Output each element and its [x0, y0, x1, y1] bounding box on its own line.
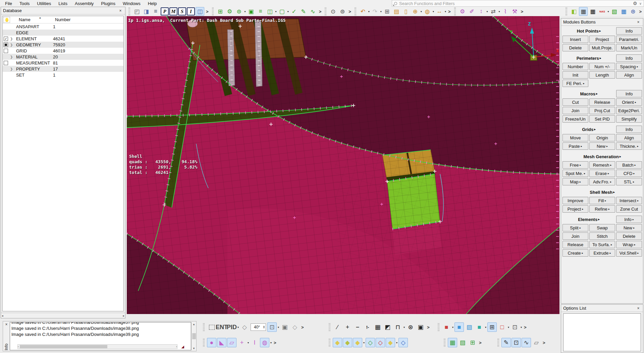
macros-info-button[interactable]: Info — [616, 90, 642, 97]
quad-pair-icon[interactable]: ◆ — [386, 338, 395, 347]
toolbar-grip[interactable] — [329, 323, 330, 331]
cfd-button[interactable]: CFD▸ — [616, 170, 642, 177]
toolbar-grip[interactable] — [203, 323, 205, 331]
join-button[interactable]: Join — [562, 232, 588, 240]
settings-cube-icon[interactable]: ⊡ — [510, 322, 520, 332]
angle-spinner[interactable]: 40°▲▼ — [251, 323, 266, 331]
visibility-checkbox[interactable] — [4, 61, 8, 65]
results-cube-icon-dropdown[interactable]: ▾ — [485, 326, 486, 329]
plane-sketch-icon[interactable]: ▱ — [532, 338, 541, 347]
parametri--button[interactable]: Parametri. — [616, 36, 642, 43]
overflow-chevron[interactable]: > — [543, 340, 545, 345]
quad-nodes-icon[interactable]: ◆ — [353, 338, 362, 347]
scroll-left-icon[interactable]: ‹ — [18, 345, 19, 348]
swap-button[interactable]: Swap — [589, 224, 615, 231]
edge2peri--button[interactable]: Edge2Peri. — [616, 107, 642, 114]
group-header[interactable]: Grids▸ — [562, 126, 615, 133]
curve-icon[interactable]: ∿ — [522, 338, 531, 347]
parts-manager-icon[interactable]: ◨ — [142, 7, 151, 16]
split-button[interactable]: Split▸ — [562, 224, 588, 231]
group-header[interactable]: Macros▸ — [562, 90, 615, 97]
toolbar-grip[interactable] — [203, 339, 205, 347]
search-bar[interactable]: Search Functions and Filters ⚙ ∨ — [392, 0, 644, 7]
s-module-button[interactable]: S — [178, 7, 186, 15]
paste-button[interactable]: Paste▸ — [562, 142, 588, 150]
solid-surface-icon[interactable]: ▧ — [458, 338, 467, 347]
menu-lists[interactable]: Lists — [55, 0, 70, 7]
align-button[interactable]: Align — [616, 134, 642, 141]
overflow-chevron[interactable]: > — [448, 9, 451, 14]
vscroll-thumb[interactable] — [192, 333, 196, 339]
p-module-button[interactable]: P — [161, 7, 169, 15]
db-row-geometry[interactable]: ❯GEOMETRY75920 — [3, 42, 123, 48]
invert-selection-icon[interactable]: ◩ — [383, 322, 392, 332]
curved-mesh-icon[interactable]: ▧ — [610, 7, 619, 16]
hscroll-thumb[interactable] — [20, 345, 107, 348]
zoom-fit-icon[interactable]: ⊚ — [338, 7, 347, 16]
checklist-icon[interactable]: ▣ — [247, 7, 256, 16]
mult-proje--button[interactable]: Mult.Proje. — [589, 44, 615, 51]
group-header[interactable]: Perimeters▸ — [562, 54, 615, 62]
trash-icon[interactable]: ▯ — [401, 7, 410, 16]
menu-windows[interactable]: Windows — [120, 0, 144, 7]
bounding-box-icon[interactable]: ⊡ — [267, 322, 277, 332]
view-layout-icon[interactable]: ◰ — [132, 7, 141, 16]
to-surfa--button[interactable]: To Surfa.▸ — [589, 241, 615, 248]
db-row-grid[interactable]: GRID46019 — [3, 48, 123, 54]
cut-button[interactable]: Cut — [562, 98, 588, 106]
vol-shell-button[interactable]: Vol.Shell▸ — [616, 249, 642, 257]
cone-entity-icon[interactable]: ◣ — [217, 338, 226, 347]
db-row-ansapart[interactable]: ANSAPART1 — [3, 24, 123, 30]
align-middle-icon-dropdown[interactable]: ▾ — [487, 10, 488, 13]
elements-info-button[interactable]: Info▸ — [616, 216, 642, 223]
release-button[interactable]: Release — [589, 98, 615, 106]
name-column-header[interactable]: Name — [19, 17, 54, 22]
options-panel-titlebar[interactable]: Options List × — [561, 305, 643, 312]
spacing-button[interactable]: Spacing▸ — [616, 63, 642, 70]
nas-format-label-dropdown[interactable]: ▾ — [607, 10, 609, 13]
toolbar-grip[interactable] — [444, 339, 445, 347]
m-module-button[interactable]: M — [169, 7, 177, 15]
add-icon[interactable]: + — [343, 322, 352, 332]
menu-file[interactable]: File — [2, 0, 15, 7]
entity-settings-icon[interactable]: ⚙ — [225, 7, 234, 16]
database-settings-icon[interactable]: ⊞ — [216, 7, 225, 16]
spot-me--button[interactable]: Spot Me.▸ — [562, 170, 588, 177]
log-output[interactable]: Image saved in C:/Users/Harri Prasanna/D… — [10, 322, 191, 350]
compare-parts-icon[interactable]: ◫ — [266, 7, 274, 16]
mesh-plus-icon[interactable]: ⊞ — [468, 338, 477, 347]
set-pid-button[interactable]: Set PID — [589, 115, 615, 123]
number-column-header[interactable]: Number — [55, 17, 70, 22]
results-cube-icon[interactable]: ■ — [475, 322, 484, 332]
visibility-checkbox[interactable] — [4, 43, 8, 47]
visibility-column-header[interactable] — [3, 17, 10, 23]
node-links-icon[interactable]: ⊛ — [629, 7, 637, 16]
exclude-icon[interactable]: !- — [363, 322, 372, 332]
toolbar-grip[interactable] — [128, 7, 130, 15]
mesh-blue-icon[interactable]: ▦ — [619, 7, 628, 16]
menu-tools[interactable]: Tools — [16, 0, 33, 7]
extrude-button[interactable]: Extrude▸ — [589, 249, 615, 257]
number-button[interactable]: Number — [562, 63, 588, 70]
zoom-area-icon[interactable]: ⊙ — [329, 7, 337, 16]
scroll-up-icon[interactable]: ▴ — [193, 322, 195, 326]
database-header-row[interactable]: ▲ Name Number — [3, 16, 123, 24]
entity-select-icon[interactable]: ENT — [217, 322, 226, 332]
visibility-checkbox[interactable]: ✓ — [4, 37, 8, 41]
overflow-chevron[interactable]: > — [206, 9, 209, 14]
toolbar-grip[interactable] — [566, 7, 567, 15]
init-button[interactable]: Init — [562, 71, 588, 79]
length-button[interactable]: Length — [589, 71, 615, 79]
db-row-element[interactable]: ✓❯ELEMENT46241 — [3, 36, 123, 42]
group-header[interactable]: Hot Points▸ — [562, 27, 615, 35]
simplify-button[interactable]: Simplify — [616, 115, 642, 123]
db-row-set[interactable]: SET1 — [3, 72, 123, 78]
copy-layers-icon[interactable]: ▣ — [280, 322, 289, 332]
modules-panel-titlebar[interactable]: Modules Buttons × — [561, 18, 643, 26]
map-button[interactable]: Map▸ — [562, 178, 588, 185]
origin-button[interactable]: Origin — [589, 134, 615, 141]
zone-cut-button[interactable]: Zone Cut — [616, 205, 642, 213]
monitor-icon[interactable]: ▢ — [278, 7, 286, 16]
refine-button[interactable]: Refine▸ — [589, 205, 615, 213]
intersect-button[interactable]: Intersect▸ — [616, 197, 642, 204]
